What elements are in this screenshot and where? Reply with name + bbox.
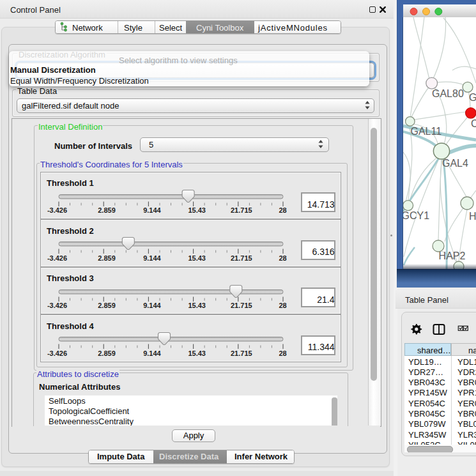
svg-text:GAL4: GAL4 [442,158,468,169]
svg-text:GAL80: GAL80 [432,88,464,99]
svg-text:GCY1: GCY1 [403,210,429,221]
svg-text:GAL3: GAL3 [469,92,476,103]
svg-text:CYC8: CYC8 [471,118,476,129]
svg-text:HAP2: HAP2 [439,250,466,261]
svg-text:HIS4: HIS4 [469,211,476,222]
svg-text:GAL11: GAL11 [411,126,442,137]
